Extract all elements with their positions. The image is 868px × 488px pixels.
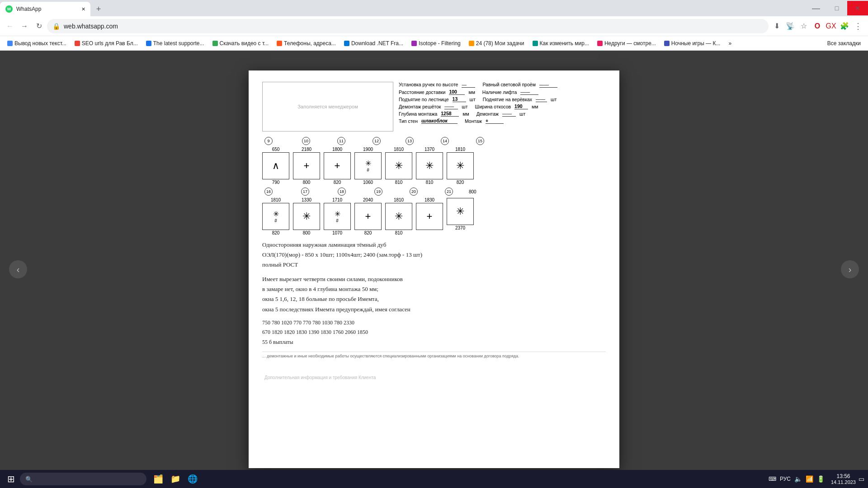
wex-box: ✳	[447, 198, 474, 225]
bookmark-button[interactable]: ☆	[797, 20, 810, 33]
bookmark-5[interactable]: Download .NET Fra...	[340, 39, 407, 47]
download-button[interactable]: ⬇	[770, 20, 783, 33]
note-line-4: Имеет вырезает четверти своими силами, п…	[262, 274, 606, 284]
note-line-5: в замаре нет, окно в 4 глубина монтажа 5…	[262, 284, 606, 294]
form-value-r0: ——	[539, 82, 557, 88]
taskbar-search[interactable]: 🔍	[20, 473, 146, 485]
menu-button[interactable]: ⋮	[852, 20, 864, 33]
w18-top: 1710	[332, 197, 342, 202]
start-button[interactable]: ⊞	[4, 472, 18, 486]
opera-gx-icon[interactable]: GX	[825, 20, 837, 33]
w15-top: 1810	[455, 147, 465, 152]
w10-bottom: 800	[303, 180, 311, 185]
taskbar-pinned-apps: 🗂️ 📁 🌐	[150, 470, 201, 488]
maximize-button[interactable]: □	[826, 1, 847, 15]
reload-button[interactable]: ↻	[33, 20, 45, 33]
form-unit-r4: шт	[519, 111, 525, 117]
bookmark-favicon-0	[7, 41, 13, 46]
circle-9: 9	[264, 137, 273, 145]
active-tab[interactable]: W WhatsApp ✕	[0, 2, 90, 16]
dims-line-0: 750 780 1020 770 770 780 1030 780 2330	[262, 318, 606, 328]
form-fields: Установка ручек по высоте — Равный свето…	[399, 82, 606, 131]
bookmark-favicon-3	[212, 41, 218, 46]
bookmark-favicon-4	[277, 41, 282, 46]
volume-icon[interactable]: 🔈	[794, 475, 802, 483]
dims-line-1: 670 1820 1820 1830 1390 1830 1760 2060 1…	[262, 328, 606, 338]
taskbar-explorer[interactable]: 🗂️	[150, 470, 166, 488]
bookmark-favicon-8	[533, 41, 538, 46]
keyboard-icon[interactable]: ⌨	[769, 476, 776, 482]
form-label-r3: Ширина откосов	[475, 104, 511, 109]
next-image-button[interactable]: ›	[841, 260, 859, 278]
opera-icon[interactable]: O	[811, 20, 824, 33]
note-line-1: ОЭЛ(170)(мор) - 850 х 10шт; 1100х4шт; 24…	[262, 250, 606, 260]
form-value-4: 1258	[441, 111, 459, 117]
tab-close-button[interactable]: ✕	[80, 5, 87, 13]
extension-icon[interactable]: 🧩	[838, 20, 851, 33]
w20-bottom: 810	[395, 230, 403, 235]
bookmark-4[interactable]: Телефоны, адреса...	[273, 39, 340, 47]
search-icon: 🔍	[25, 476, 33, 483]
w19-top: 2040	[363, 197, 373, 202]
bookmarks-bar: Вывод новых текст... SEO urls для Рав Бл…	[0, 36, 868, 51]
back-button[interactable]: ←	[4, 20, 16, 33]
bookmark-10[interactable]: Ночные игры — К...	[660, 39, 724, 47]
note-line-0: Односторонняя наружная ламинация тёмный …	[262, 240, 606, 250]
note-spacer	[262, 270, 606, 274]
w15-bottom: 820	[457, 180, 464, 185]
forward-button[interactable]: →	[18, 20, 31, 33]
w12-box: ✳#	[354, 152, 382, 179]
bookmark-0[interactable]: Вывод новых текст...	[4, 39, 70, 47]
row-numbers-2: 16 17 18 19 20 21 800	[262, 188, 606, 196]
form-value-r3: 190	[514, 103, 528, 109]
circle-14: 14	[441, 137, 449, 145]
bookmark-3[interactable]: Скачать видео с т...	[209, 39, 273, 47]
w20-box: ✳	[385, 203, 412, 230]
bookmark-1[interactable]: SEO urls для Рав Бл...	[71, 39, 142, 47]
new-tab-button[interactable]: +	[90, 2, 107, 16]
watermark-text: Дополнительная информация и требования К…	[264, 375, 376, 380]
cast-button[interactable]: 📡	[784, 20, 797, 33]
form-label-r4: Демонтаж	[476, 111, 499, 117]
bookmark-8[interactable]: Как изменить мир...	[529, 39, 593, 47]
prev-image-button[interactable]: ‹	[9, 260, 27, 278]
system-clock[interactable]: 13:56 14.11.2023	[831, 473, 856, 485]
notification-area: ⌨ РУС 🔈 📶 🔋	[765, 475, 828, 483]
close-button[interactable]: ✕	[847, 1, 868, 15]
bookmark-favicon-10	[664, 41, 670, 46]
window-9: 650 ∧ 790	[262, 147, 289, 185]
form-value-r1: ——	[520, 89, 538, 95]
battery-icon[interactable]: 🔋	[817, 475, 825, 483]
form-label-5: Тип стен	[399, 118, 418, 124]
form-value-5: шлакоблок	[421, 118, 458, 124]
taskbar-browser[interactable]: 🌐	[184, 470, 201, 488]
form-unit-2: шт	[470, 97, 476, 102]
circle-13: 13	[406, 137, 414, 145]
w17-top: 1330	[302, 197, 311, 202]
row-numbers-1: 9 10 11 12 13 14 15	[262, 137, 606, 145]
address-bar[interactable]: 🔒 web.whatsapp.com	[47, 19, 769, 33]
form-value-3: ——	[444, 103, 458, 109]
w12-top: 1900	[363, 147, 373, 152]
w17-bottom: 800	[303, 230, 311, 235]
window-17: 1330 ✳ 800	[293, 197, 320, 235]
bookmark-2[interactable]: The latest supporte...	[142, 39, 208, 47]
bookmark-tasks[interactable]: 24 (78) Мои задачи	[465, 39, 528, 47]
bookmark-more[interactable]: »	[725, 39, 735, 47]
w20-top: 1810	[394, 197, 404, 202]
taskbar-files[interactable]: 📁	[167, 470, 184, 488]
w9-bottom: 790	[272, 180, 280, 185]
w10-box: +	[293, 152, 320, 179]
network-icon[interactable]: 📶	[806, 475, 813, 483]
w9-top: 650	[272, 147, 280, 152]
bookmark-9[interactable]: Недруги — смотре...	[594, 39, 660, 47]
tab-title: WhatsApp	[16, 6, 76, 12]
show-desktop-button[interactable]: ▭	[859, 475, 864, 483]
w19-bottom: 820	[364, 230, 372, 235]
window-row-1: 9 10 11 12 13 14 15 650 ∧ 790	[262, 137, 606, 185]
minimize-button[interactable]: —	[806, 1, 826, 15]
window-13: 1810 ✳ 810	[385, 147, 412, 185]
all-bookmarks[interactable]: Все закладки	[824, 39, 864, 47]
w16-bottom: 820	[272, 230, 280, 235]
bookmark-isotope[interactable]: Isotope - Filtering	[408, 39, 464, 47]
